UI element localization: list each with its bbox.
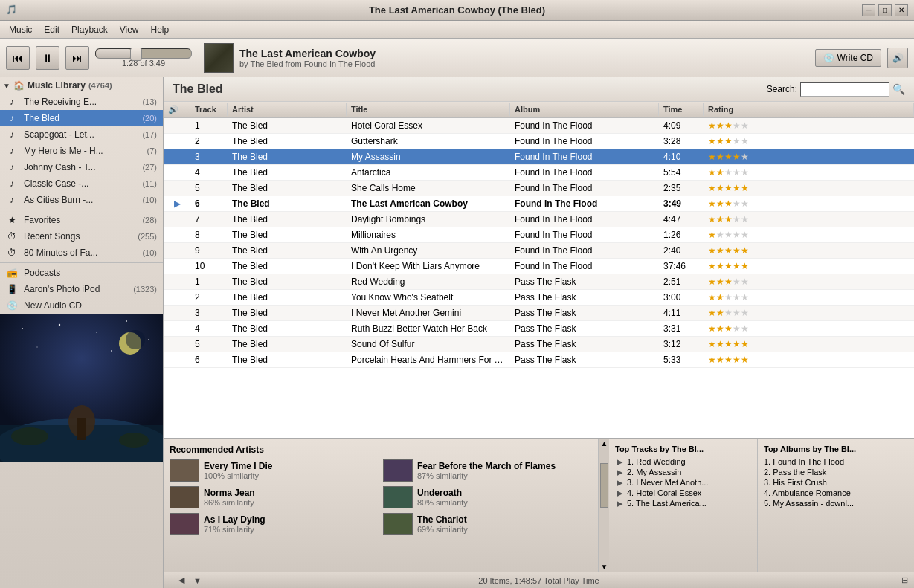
table-row[interactable]: 8 The Bled Millionaires Found In The Flo… (164, 227, 914, 243)
track-list-container[interactable]: 🔊 Track Artist Title Album Time Rating 1… (164, 102, 914, 438)
artist-card[interactable]: Norma Jean 86% similarity (170, 486, 379, 508)
sidebar-item-new-audio-cd[interactable]: 💿 New Audio CD (0, 297, 163, 314)
list-item[interactable]: 4. Ambulance Romance (764, 488, 908, 498)
track-play-button[interactable]: ▶ (615, 468, 624, 476)
list-item[interactable]: ▶1. Red Wedding (615, 456, 751, 467)
sidebar-item-johnnycash[interactable]: ♪ Johnny Cash - T... (27) (0, 159, 163, 175)
scroll-down-button[interactable]: ▼ (599, 562, 609, 572)
list-item[interactable]: ▶5. The Last America... (615, 498, 751, 508)
scroll-thumb[interactable] (600, 463, 608, 508)
row-rating[interactable]: ★★★★★ (704, 134, 914, 149)
sidebar-item-receiving[interactable]: ♪ The Receiving E... (13) (0, 94, 163, 110)
menu-edit[interactable]: Edit (38, 23, 65, 36)
row-rating[interactable]: ★★★★★ (704, 227, 914, 242)
scroll-up-button[interactable]: ▲ (599, 439, 609, 448)
menu-help[interactable]: Help (145, 23, 176, 36)
row-rating[interactable]: ★★★★★ (704, 259, 914, 274)
resize-handle[interactable]: ⊟ (901, 575, 908, 585)
table-row[interactable]: 9 The Bled With An Urgency Found In The … (164, 243, 914, 259)
sidebar-item-ascitiesburn[interactable]: ♪ As Cities Burn -... (10) (0, 192, 163, 208)
track-play-button[interactable]: ▶ (615, 488, 624, 497)
sidebar-item-bled[interactable]: ♪ The Bled (20) (0, 110, 163, 126)
table-row[interactable]: 1 The Bled Red Wedding Pass The Flask 2:… (164, 274, 914, 290)
sidebar-item-podcasts[interactable]: 📻 Podcasts (0, 265, 163, 281)
progress-bar[interactable] (95, 48, 192, 59)
artist-card[interactable]: As I Lay Dying 71% similarity (170, 513, 379, 535)
sidebar-item-scapegoat[interactable]: ♪ Scapegoat - Let... (17) (0, 126, 163, 143)
row-title: Millionaires (347, 227, 510, 242)
row-rating[interactable]: ★★★★★ (704, 290, 914, 305)
progress-thumb[interactable] (130, 48, 142, 61)
header-album[interactable]: Album (510, 103, 659, 116)
table-row[interactable]: 5 The Bled Sound Of Sulfur Pass The Flas… (164, 337, 914, 352)
row-rating[interactable]: ★★★★★ (704, 196, 914, 211)
row-rating[interactable]: ★★★★★ (704, 243, 914, 258)
table-row[interactable]: 7 The Bled Daylight Bombings Found In Th… (164, 212, 914, 227)
list-item[interactable]: 2. Pass the Flask (764, 467, 908, 477)
artist-card[interactable]: Fear Before the March of Flames 87% simi… (383, 459, 592, 482)
row-rating[interactable]: ★★★★★ (704, 352, 914, 367)
table-row[interactable]: 5 The Bled She Calls Home Found In The F… (164, 181, 914, 196)
list-item[interactable]: 3. His First Crush (764, 477, 908, 488)
pause-button[interactable]: ⏸ (36, 46, 59, 70)
artist-card[interactable]: Underoath 80% similarity (383, 486, 592, 508)
row-rating[interactable]: ★★★★★ (704, 337, 914, 352)
header-track[interactable]: Track (190, 103, 228, 116)
list-item[interactable]: 1. Found In The Flood (764, 456, 908, 467)
header-rating[interactable]: Rating (704, 103, 914, 116)
artist-card[interactable]: Every Time I Die 100% similarity (170, 459, 379, 482)
header-time[interactable]: Time (659, 103, 704, 116)
nav-left[interactable]: ◀ (178, 575, 184, 585)
write-cd-button[interactable]: 💿 Write CD (815, 49, 881, 67)
table-row[interactable]: 4 The Bled Ruth Buzzi Better Watch Her B… (164, 321, 914, 337)
sidebar-item-favorites[interactable]: ★ Favorites (28) (0, 212, 163, 228)
table-row[interactable]: 3 The Bled I Never Met Another Gemini Pa… (164, 306, 914, 321)
track-play-button[interactable]: ▶ (615, 499, 624, 508)
close-button[interactable]: ✕ (895, 4, 908, 16)
search-input[interactable] (800, 82, 889, 97)
sidebar-item-80minutes[interactable]: ⏱ 80 Minutes of Fa... (10) (0, 245, 163, 261)
menu-playback[interactable]: Playback (65, 23, 114, 36)
maximize-button[interactable]: □ (878, 4, 892, 16)
menu-view[interactable]: View (114, 23, 145, 36)
table-row[interactable]: 1 The Bled Hotel Coral Essex Found In Th… (164, 118, 914, 134)
list-item[interactable]: 5. My Assassin - downl... (764, 498, 908, 508)
track-play-button[interactable]: ▶ (615, 478, 624, 487)
list-item[interactable]: ▶4. Hotel Coral Essex (615, 488, 751, 498)
row-rating[interactable]: ★★★★★ (704, 212, 914, 227)
volume-button[interactable]: 🔊 (887, 48, 908, 68)
sidebar-item-photo-ipod[interactable]: 📱 Aaron's Photo iPod (1323) (0, 281, 163, 297)
row-rating[interactable]: ★★★★★ (704, 165, 914, 180)
sidebar-item-classiccase[interactable]: ♪ Classic Case -... (11) (0, 175, 163, 192)
table-row[interactable]: 4 The Bled Antarctica Found In The Flood… (164, 165, 914, 181)
list-item[interactable]: ▶2. My Assassin (615, 467, 751, 477)
row-rating[interactable]: ★★★★★ (704, 321, 914, 336)
header-title[interactable]: Title (347, 103, 510, 116)
table-row[interactable]: 10 The Bled I Don't Keep With Liars Anym… (164, 259, 914, 274)
nav-right[interactable]: ▼ (193, 576, 202, 585)
header-artist[interactable]: Artist (228, 103, 347, 116)
table-row[interactable]: 6 The Bled Porcelain Hearts And Hammers … (164, 352, 914, 368)
track-play-button[interactable]: ▶ (615, 457, 624, 466)
row-rating[interactable]: ★★★★★ (704, 181, 914, 196)
table-row[interactable]: 2 The Bled Guttershark Found In The Floo… (164, 134, 914, 149)
next-button[interactable]: ⏭ (65, 46, 89, 70)
row-playing-indicator (164, 264, 190, 268)
row-rating[interactable]: ★★★★★ (704, 274, 914, 289)
artist-card[interactable]: The Chariot 69% similarity (383, 513, 592, 535)
table-row[interactable]: 3 The Bled My Assassin Found In The Floo… (164, 149, 914, 165)
table-row[interactable]: ▶ 6 The Bled The Last American Cowboy Fo… (164, 196, 914, 212)
menu-music[interactable]: Music (3, 23, 38, 36)
recommendations-scrollbar[interactable]: ▲ ▼ (599, 439, 609, 572)
sidebar-item-recentsongs[interactable]: ⏱ Recent Songs (255) (0, 228, 163, 245)
sidebar-item-myhero[interactable]: ♪ My Hero is Me - H... (7) (0, 143, 163, 159)
row-rating[interactable]: ★★★★★ (704, 306, 914, 320)
previous-button[interactable]: ⏮ (6, 46, 30, 70)
row-rating[interactable]: ★★★★★ (704, 118, 914, 133)
table-row[interactable]: 2 The Bled You Know Who's Seatbelt Pass … (164, 290, 914, 306)
minimize-button[interactable]: ─ (862, 4, 875, 16)
search-icon[interactable]: 🔍 (892, 83, 905, 95)
music-library-header[interactable]: ▼ 🏠 Music Library (4764) (0, 77, 163, 94)
row-rating[interactable]: ★★★★★ (704, 149, 914, 164)
list-item[interactable]: ▶3. I Never Met Anoth... (615, 477, 751, 488)
